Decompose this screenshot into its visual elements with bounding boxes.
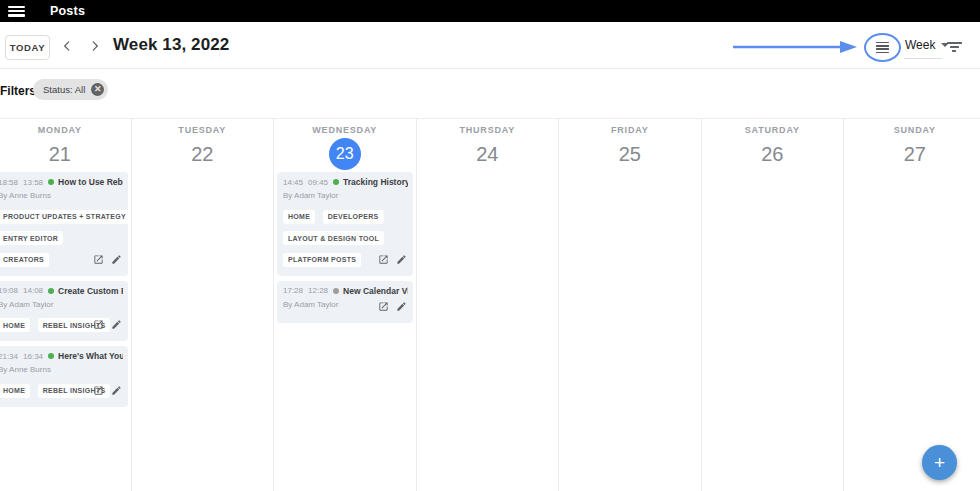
tag-chip[interactable]: HOME [0, 384, 30, 398]
tag-chip[interactable]: PRODUCT UPDATES + STRATEGY [0, 210, 131, 224]
tag-chip[interactable]: LAYOUT & DESIGN TOOL [283, 231, 384, 245]
day-name: THURSDAY [419, 125, 557, 135]
post-scheduled-time: 17:28 [283, 286, 303, 295]
post-author: By Adam Taylor [0, 300, 123, 309]
day-posts: 18:58 13:58 How to Use RebelMo By Anne B… [0, 172, 129, 407]
day-column-sunday: SUNDAY 27 [844, 119, 980, 491]
next-week-icon[interactable] [88, 39, 102, 53]
post-author: By Anne Burns [0, 191, 123, 200]
post-author: By Adam Taylor [283, 191, 408, 200]
post-title: Here's What You Nee [58, 351, 122, 361]
tag-chip[interactable]: HOME [0, 318, 30, 332]
day-name: MONDAY [0, 125, 129, 135]
post-author: By Anne Burns [0, 365, 123, 374]
posts-calendar-app: Posts TODAY Week 13, 2022 Week [0, 0, 980, 491]
post-scheduled-time: 21:34 [0, 352, 18, 361]
view-select[interactable]: Week [905, 38, 949, 52]
open-in-new-icon[interactable] [93, 251, 104, 269]
post-head: 17:28 12:28 New Calendar View i [283, 286, 408, 296]
status-dot [48, 179, 54, 185]
post-card[interactable]: 18:58 13:58 How to Use RebelMo By Anne B… [0, 172, 128, 276]
day-number[interactable]: 21 [49, 143, 71, 166]
post-card[interactable]: 17:28 12:28 New Calendar View i By Adam … [277, 281, 413, 323]
status-dot [48, 288, 54, 294]
filter-list-icon[interactable] [946, 42, 962, 52]
day-number[interactable]: 26 [761, 143, 783, 166]
open-in-new-icon[interactable] [93, 382, 104, 400]
day-number[interactable]: 27 [904, 143, 926, 166]
post-local-time: 09:45 [308, 178, 328, 187]
edit-icon[interactable] [111, 382, 122, 400]
day-column-friday: FRIDAY 25 [559, 119, 702, 491]
edit-icon[interactable] [396, 298, 407, 316]
annotation-arrow [731, 40, 859, 54]
open-in-new-icon[interactable] [93, 316, 104, 334]
today-button[interactable]: TODAY [5, 35, 50, 60]
open-in-new-icon[interactable] [378, 251, 389, 269]
app-title: Posts [50, 4, 85, 18]
calendar-toolbar: TODAY Week 13, 2022 Week [0, 22, 980, 69]
post-card[interactable]: 21:34 16:34 Here's What You Nee By Anne … [0, 346, 128, 407]
post-scheduled-time: 14:45 [283, 178, 303, 187]
status-dot [48, 353, 54, 359]
day-name: FRIDAY [561, 125, 699, 135]
post-local-time: 16:34 [23, 352, 43, 361]
tag-chip[interactable]: CREATORS [0, 253, 49, 267]
edit-icon[interactable] [111, 316, 122, 334]
status-filter-label: Status: All [43, 84, 85, 95]
app-bar: Posts [0, 0, 980, 22]
post-title: How to Use RebelMo [58, 177, 122, 187]
day-number[interactable]: 24 [476, 143, 498, 166]
post-head: 19:08 14:08 Create Custom Feed [0, 286, 123, 296]
day-name: SATURDAY [704, 125, 842, 135]
status-filter-chip[interactable]: Status: All ✕ [33, 79, 108, 100]
day-number-selected[interactable]: 23 [329, 138, 361, 170]
post-local-time: 14:08 [23, 286, 43, 295]
view-select-value: Week [905, 38, 935, 52]
day-number[interactable]: 22 [191, 143, 213, 166]
day-name: SUNDAY [846, 125, 980, 135]
post-head: 18:58 13:58 How to Use RebelMo [0, 177, 123, 187]
status-dot [333, 179, 339, 185]
post-local-time: 12:28 [308, 286, 328, 295]
post-local-time: 13:58 [23, 178, 43, 187]
edit-icon[interactable] [396, 251, 407, 269]
post-scheduled-time: 18:58 [0, 178, 18, 187]
day-column-thursday: THURSDAY 24 [417, 119, 560, 491]
status-dot [333, 288, 339, 294]
post-scheduled-time: 19:08 [0, 286, 18, 295]
day-column-wednesday: WEDNESDAY 23 14:45 09:45 Tracking Histor… [274, 119, 417, 491]
filters-bar: Filters: Status: All ✕ [0, 69, 980, 118]
day-column-tuesday: TUESDAY 22 [132, 119, 275, 491]
post-head: 21:34 16:34 Here's What You Nee [0, 351, 123, 361]
post-actions [93, 251, 122, 269]
tag-chip[interactable]: HOME [283, 210, 315, 224]
post-actions [378, 298, 407, 316]
day-posts: 14:45 09:45 Tracking History in R By Ada… [276, 172, 414, 323]
add-post-button[interactable]: + [922, 445, 957, 480]
week-grid: MONDAY 21 18:58 13:58 How to Use RebelMo… [0, 118, 980, 491]
day-name: WEDNESDAY [276, 125, 414, 135]
menu-icon[interactable] [8, 6, 25, 17]
view-select-underline [904, 58, 942, 59]
tag-chip[interactable]: PLATFORM POSTS [283, 253, 361, 267]
tag-chip[interactable]: ENTRY EDITOR [0, 231, 63, 245]
post-actions [93, 382, 122, 400]
week-title: Week 13, 2022 [113, 35, 229, 55]
post-title: New Calendar View i [343, 286, 407, 296]
day-number[interactable]: 25 [619, 143, 641, 166]
remove-filter-icon[interactable]: ✕ [91, 83, 104, 96]
post-title: Create Custom Feed [58, 286, 122, 296]
post-card[interactable]: 19:08 14:08 Create Custom Feed By Adam T… [0, 281, 128, 342]
post-head: 14:45 09:45 Tracking History in R [283, 177, 408, 187]
post-actions [93, 316, 122, 334]
previous-week-icon[interactable] [60, 39, 74, 53]
edit-icon[interactable] [111, 251, 122, 269]
open-in-new-icon[interactable] [378, 298, 389, 316]
post-card[interactable]: 14:45 09:45 Tracking History in R By Ada… [277, 172, 413, 276]
post-actions [378, 251, 407, 269]
day-name: TUESDAY [134, 125, 272, 135]
tag-chip[interactable]: DEVELOPERS [323, 210, 384, 224]
compact-view-icon[interactable] [876, 42, 889, 54]
day-column-monday: MONDAY 21 18:58 13:58 How to Use RebelMo… [0, 119, 132, 491]
